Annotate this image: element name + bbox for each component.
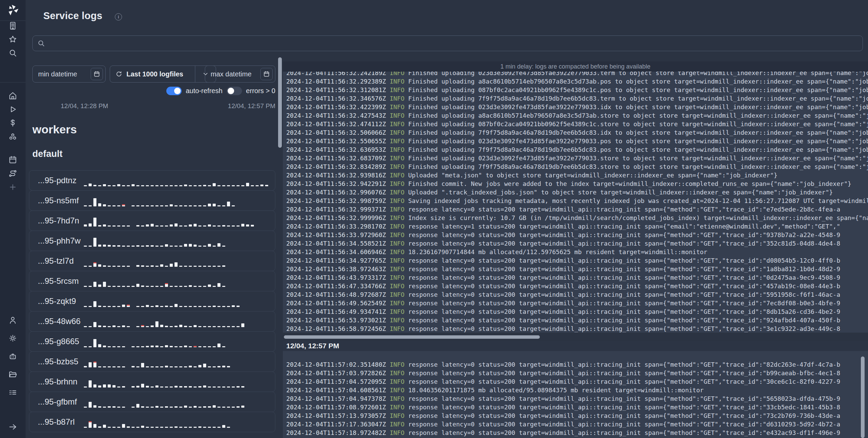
auto-refresh-toggle[interactable] xyxy=(166,87,182,95)
log-line: 2024-12-04T11:56:32.999371Z INFO respons… xyxy=(286,205,868,214)
sidebar-item-search-icon[interactable] xyxy=(0,46,26,60)
log-line: 2024-12-04T11:56:38.972463Z INFO respons… xyxy=(286,265,868,273)
log-message: response latency=0 status=200 target=win… xyxy=(408,378,840,385)
activity-bar xyxy=(232,407,235,408)
worker-row[interactable]: ...95-zqkt9 xyxy=(29,291,275,311)
log-message: response latency=0 status=200 target=win… xyxy=(408,265,840,273)
worker-row[interactable]: ...95-tzl7d xyxy=(29,251,275,271)
activity-bar xyxy=(165,266,168,267)
activity-bar xyxy=(208,284,211,287)
activity-bar xyxy=(179,366,182,367)
activity-bar xyxy=(112,266,116,267)
activity-bar xyxy=(203,427,206,428)
activity-bar xyxy=(213,366,216,367)
activity-bar xyxy=(108,406,111,408)
log-message: response latency=0 status=200 target=win… xyxy=(408,206,840,213)
activity-bar xyxy=(194,406,197,408)
activity-bar xyxy=(108,225,111,227)
worker-row[interactable]: ...95-bzbs5 xyxy=(29,351,275,372)
max-datetime-field[interactable]: max datetime xyxy=(205,65,275,83)
activity-bar xyxy=(89,266,92,267)
worker-row[interactable]: ...95-48w66 xyxy=(29,311,275,332)
sidebar-item-list-icon[interactable] xyxy=(0,383,26,402)
log-timestamp: 2024-12-04T11:56:32.474112Z xyxy=(286,120,390,128)
log-level-badge: INFO xyxy=(390,361,408,368)
activity-bar xyxy=(141,205,144,206)
activity-bar xyxy=(217,366,220,367)
activity-bar xyxy=(241,406,244,408)
log-timestamp: 2024-12-04T11:56:49.934741Z xyxy=(286,308,390,315)
sidebar-item-plus-icon[interactable] xyxy=(0,180,26,194)
activity-bar xyxy=(155,321,158,327)
log-line: 2024-12-04T11:57:04.947378Z INFO respons… xyxy=(286,394,868,403)
worker-row[interactable]: ...95-phh7w xyxy=(29,231,275,251)
sidebar-item-cubes-icon[interactable] xyxy=(0,130,26,143)
calendar-icon[interactable] xyxy=(260,68,273,80)
log-message: Finished uploading 7f9f75d8a9ac46a78d19d… xyxy=(408,163,868,170)
calendar-icon[interactable] xyxy=(91,68,103,80)
min-datetime-field[interactable]: min datetime xyxy=(32,65,106,83)
activity-bar xyxy=(151,427,154,428)
activity-bar xyxy=(170,204,173,206)
activity-bar xyxy=(227,427,230,428)
worker-row[interactable]: ...95-7hd7n xyxy=(29,210,275,231)
activity-bar xyxy=(127,286,130,287)
sidebar-item-home-icon[interactable] xyxy=(0,89,26,102)
worker-row[interactable]: ...95-b87rl xyxy=(29,412,275,432)
activity-bar xyxy=(151,205,154,206)
log-section-2: 2024-12-04T11:57:02.351480Z INFO respons… xyxy=(283,351,868,438)
info-icon[interactable]: i xyxy=(115,13,122,20)
sidebar-item-dollar-icon[interactable] xyxy=(0,116,26,130)
sidebar-item-gear-icon[interactable] xyxy=(0,329,26,347)
activity-bar xyxy=(155,225,158,227)
log-timestamp: 2024-12-04T11:56:32.427543Z xyxy=(286,112,390,119)
sidebar-item-play-icon[interactable] xyxy=(0,102,26,116)
search-box[interactable] xyxy=(32,35,863,51)
worker-row[interactable]: ...95-pdtnz xyxy=(29,170,275,191)
log-horizontal-scrollbar[interactable] xyxy=(284,335,540,339)
activity-bar xyxy=(203,385,206,388)
log-vertical-scrollbar[interactable] xyxy=(278,57,282,148)
worker-row[interactable]: ...95-g8665 xyxy=(29,331,275,352)
sidebar-item-calendar-icon[interactable] xyxy=(0,153,26,166)
log-timestamp: 2024-12-04T11:56:32.346576Z xyxy=(286,95,390,102)
activity-bar xyxy=(227,366,230,367)
log-line: 2024-12-04T11:56:49.934741Z INFO respons… xyxy=(286,307,868,316)
activity-bar xyxy=(146,427,149,428)
errors-toggle[interactable] xyxy=(227,87,242,95)
log-level-badge: INFO xyxy=(390,369,408,377)
log-line: 2024-12-04T11:56:34.927765Z INFO respons… xyxy=(286,256,868,265)
activity-bar xyxy=(93,198,96,206)
log-level-badge: INFO xyxy=(390,404,408,411)
collapse-arrow-icon[interactable] xyxy=(0,420,26,433)
log-timestamp: 2024-12-04T11:56:32.939816Z xyxy=(286,172,390,179)
activity-bar xyxy=(194,427,197,428)
sidebar-item-folder-icon[interactable] xyxy=(0,365,26,383)
sidebar-item-star-icon[interactable] xyxy=(0,33,26,46)
worker-row[interactable]: ...95-5rcsm xyxy=(29,271,275,291)
activity-bar xyxy=(189,266,192,267)
log-level-badge: INFO xyxy=(390,72,408,76)
activity-bar xyxy=(112,205,116,206)
logfiles-dropdown-button[interactable]: Last 1000 logfiles xyxy=(110,65,216,83)
sidebar-item-user-icon[interactable] xyxy=(0,311,26,329)
sidebar-item-building-icon[interactable] xyxy=(0,19,26,32)
activity-bar xyxy=(122,325,125,327)
activity-bar xyxy=(160,366,163,367)
log2-vertical-scrollbar[interactable] xyxy=(861,356,865,438)
worker-row[interactable]: ...95-ns5mf xyxy=(29,190,275,211)
activity-bar xyxy=(208,244,211,247)
activity-bar xyxy=(203,364,206,367)
worker-activity-sparkline xyxy=(84,216,254,227)
log-level-badge: INFO xyxy=(390,282,408,290)
activity-bar xyxy=(132,246,135,247)
worker-row[interactable]: ...95-gfbmf xyxy=(29,392,275,412)
sidebar-item-route-icon[interactable] xyxy=(0,166,26,180)
activity-bar xyxy=(246,183,249,186)
worker-row[interactable]: ...95-brhnn xyxy=(29,371,275,392)
activity-bar xyxy=(213,386,216,388)
activity-bar xyxy=(103,425,106,428)
sidebar-item-robot-icon[interactable] xyxy=(0,347,26,365)
windmill-logo[interactable] xyxy=(6,3,20,18)
search-input[interactable] xyxy=(48,40,832,47)
